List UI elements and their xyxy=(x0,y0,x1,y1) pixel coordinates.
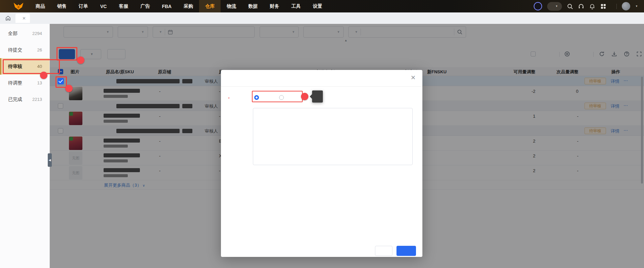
nav-item-8[interactable]: 采购 xyxy=(178,0,199,12)
nav-item-1[interactable]: 商品 xyxy=(30,0,51,12)
nav-right-cluster: ▼ ▼ xyxy=(534,2,644,11)
chevron-down-icon[interactable]: ▼ xyxy=(635,5,638,8)
sidebar-item-count: 2213 xyxy=(32,97,42,102)
app-logo-icon xyxy=(13,2,24,10)
close-icon[interactable]: ✕ xyxy=(22,16,26,21)
cancel-button[interactable] xyxy=(375,246,392,256)
nav-item-2[interactable]: 销售 xyxy=(51,0,73,12)
notification-bell-icon[interactable] xyxy=(589,3,595,9)
tab-bar: ✕ xyxy=(0,12,644,24)
guide-step-1-badge xyxy=(40,72,47,79)
sidebar-item-2[interactable]: 待提交26 xyxy=(0,42,49,58)
guide-step-3-badge xyxy=(77,56,84,64)
guide-tooltip xyxy=(312,90,323,103)
approval-opinion-textarea[interactable] xyxy=(253,108,413,165)
nav-item-12[interactable]: 财务 xyxy=(264,0,285,12)
apps-grid-icon[interactable] xyxy=(600,3,606,9)
user-avatar[interactable] xyxy=(622,2,630,10)
row-checkbox-checked[interactable] xyxy=(58,78,64,84)
nav-item-14[interactable]: 设置 xyxy=(307,0,328,12)
sidebar-item-label: 待提交 xyxy=(8,47,22,53)
tab-adjustment-order[interactable]: ✕ xyxy=(15,14,30,23)
divider xyxy=(221,86,422,87)
sidebar-item-1[interactable]: 全部2294 xyxy=(0,25,49,42)
guide-step-4-badge xyxy=(301,93,308,100)
chevron-down-icon: ▼ xyxy=(555,5,558,8)
nav-item-11[interactable]: 数据 xyxy=(242,0,264,12)
divider xyxy=(616,4,617,9)
guide-box-step4 xyxy=(252,91,303,102)
sidebar-item-label: 待调整 xyxy=(8,80,22,86)
guide-box-step3 xyxy=(56,47,77,61)
nav-item-6[interactable]: 广告 xyxy=(134,0,156,12)
sidebar-item-5[interactable]: 已完成2213 xyxy=(0,91,49,108)
sidebar-collapse-handle[interactable]: ◀ xyxy=(48,153,52,167)
home-tab-button[interactable] xyxy=(4,14,12,22)
nav-item-4[interactable]: VC xyxy=(94,0,113,12)
nav-item-10[interactable]: 物流 xyxy=(221,0,242,12)
nav-item-5[interactable]: 客服 xyxy=(113,0,134,12)
sidebar-item-label: 已完成 xyxy=(8,97,22,103)
guide-box-step1 xyxy=(3,59,60,74)
top-nav: 商品销售订单VC客服广告FBA采购仓库物流数据财务工具设置 ▼ ▼ xyxy=(0,0,644,12)
nav-item-13[interactable]: 工具 xyxy=(285,0,307,12)
nav-menu: 商品销售订单VC客服广告FBA采购仓库物流数据财务工具设置 xyxy=(30,0,328,12)
sidebar-item-label: 全部 xyxy=(8,31,17,37)
confirm-button[interactable] xyxy=(396,246,416,256)
search-icon[interactable] xyxy=(567,3,573,9)
approval-result-label xyxy=(228,96,230,101)
marketplace-switcher[interactable]: ▼ xyxy=(547,2,562,11)
ai-assistant-icon[interactable] xyxy=(534,2,542,10)
nav-item-3[interactable]: 订单 xyxy=(73,0,94,12)
sidebar-item-count: 26 xyxy=(37,47,42,52)
nav-item-7[interactable]: FBA xyxy=(156,0,178,12)
home-icon xyxy=(5,15,11,21)
sidebar-item-count: 2294 xyxy=(32,31,42,36)
headset-icon[interactable] xyxy=(578,3,584,9)
close-icon[interactable]: ✕ xyxy=(411,75,416,81)
nav-item-9[interactable]: 仓库 xyxy=(199,0,221,12)
guide-step-2-badge xyxy=(65,85,73,92)
sidebar-item-count: 13 xyxy=(37,80,42,85)
